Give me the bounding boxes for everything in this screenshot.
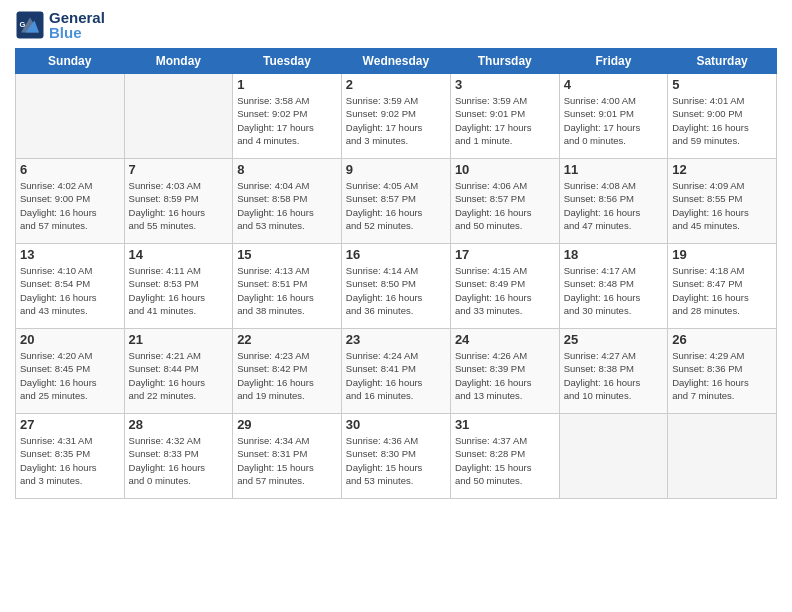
calendar-week-row: 27Sunrise: 4:31 AM Sunset: 8:35 PM Dayli… bbox=[16, 414, 777, 499]
day-detail: Sunrise: 3:59 AM Sunset: 9:01 PM Dayligh… bbox=[455, 94, 555, 147]
calendar-cell: 8Sunrise: 4:04 AM Sunset: 8:58 PM Daylig… bbox=[233, 159, 342, 244]
weekday-header-sunday: Sunday bbox=[16, 49, 125, 74]
calendar-week-row: 1Sunrise: 3:58 AM Sunset: 9:02 PM Daylig… bbox=[16, 74, 777, 159]
calendar-week-row: 13Sunrise: 4:10 AM Sunset: 8:54 PM Dayli… bbox=[16, 244, 777, 329]
day-number: 24 bbox=[455, 332, 555, 347]
weekday-header-thursday: Thursday bbox=[450, 49, 559, 74]
day-detail: Sunrise: 3:59 AM Sunset: 9:02 PM Dayligh… bbox=[346, 94, 446, 147]
day-number: 11 bbox=[564, 162, 664, 177]
svg-text:G: G bbox=[20, 20, 26, 29]
day-detail: Sunrise: 4:29 AM Sunset: 8:36 PM Dayligh… bbox=[672, 349, 772, 402]
day-detail: Sunrise: 4:26 AM Sunset: 8:39 PM Dayligh… bbox=[455, 349, 555, 402]
calendar-cell: 27Sunrise: 4:31 AM Sunset: 8:35 PM Dayli… bbox=[16, 414, 125, 499]
calendar-cell: 12Sunrise: 4:09 AM Sunset: 8:55 PM Dayli… bbox=[668, 159, 777, 244]
calendar-cell: 4Sunrise: 4:00 AM Sunset: 9:01 PM Daylig… bbox=[559, 74, 668, 159]
logo-text: General Blue bbox=[49, 10, 105, 40]
day-detail: Sunrise: 4:10 AM Sunset: 8:54 PM Dayligh… bbox=[20, 264, 120, 317]
day-detail: Sunrise: 4:18 AM Sunset: 8:47 PM Dayligh… bbox=[672, 264, 772, 317]
day-detail: Sunrise: 4:24 AM Sunset: 8:41 PM Dayligh… bbox=[346, 349, 446, 402]
day-number: 7 bbox=[129, 162, 229, 177]
calendar: SundayMondayTuesdayWednesdayThursdayFrid… bbox=[15, 48, 777, 499]
calendar-cell: 5Sunrise: 4:01 AM Sunset: 9:00 PM Daylig… bbox=[668, 74, 777, 159]
day-detail: Sunrise: 4:17 AM Sunset: 8:48 PM Dayligh… bbox=[564, 264, 664, 317]
day-number: 27 bbox=[20, 417, 120, 432]
day-detail: Sunrise: 4:00 AM Sunset: 9:01 PM Dayligh… bbox=[564, 94, 664, 147]
calendar-cell bbox=[668, 414, 777, 499]
calendar-cell: 29Sunrise: 4:34 AM Sunset: 8:31 PM Dayli… bbox=[233, 414, 342, 499]
day-detail: Sunrise: 4:11 AM Sunset: 8:53 PM Dayligh… bbox=[129, 264, 229, 317]
calendar-cell: 26Sunrise: 4:29 AM Sunset: 8:36 PM Dayli… bbox=[668, 329, 777, 414]
day-detail: Sunrise: 4:21 AM Sunset: 8:44 PM Dayligh… bbox=[129, 349, 229, 402]
day-detail: Sunrise: 4:02 AM Sunset: 9:00 PM Dayligh… bbox=[20, 179, 120, 232]
day-detail: Sunrise: 4:23 AM Sunset: 8:42 PM Dayligh… bbox=[237, 349, 337, 402]
calendar-cell bbox=[559, 414, 668, 499]
weekday-header-row: SundayMondayTuesdayWednesdayThursdayFrid… bbox=[16, 49, 777, 74]
day-number: 10 bbox=[455, 162, 555, 177]
calendar-cell: 6Sunrise: 4:02 AM Sunset: 9:00 PM Daylig… bbox=[16, 159, 125, 244]
day-number: 18 bbox=[564, 247, 664, 262]
weekday-header-tuesday: Tuesday bbox=[233, 49, 342, 74]
day-number: 14 bbox=[129, 247, 229, 262]
calendar-cell: 16Sunrise: 4:14 AM Sunset: 8:50 PM Dayli… bbox=[341, 244, 450, 329]
day-number: 30 bbox=[346, 417, 446, 432]
calendar-cell: 15Sunrise: 4:13 AM Sunset: 8:51 PM Dayli… bbox=[233, 244, 342, 329]
day-number: 23 bbox=[346, 332, 446, 347]
day-number: 5 bbox=[672, 77, 772, 92]
calendar-cell: 18Sunrise: 4:17 AM Sunset: 8:48 PM Dayli… bbox=[559, 244, 668, 329]
day-number: 20 bbox=[20, 332, 120, 347]
calendar-cell: 10Sunrise: 4:06 AM Sunset: 8:57 PM Dayli… bbox=[450, 159, 559, 244]
day-detail: Sunrise: 4:34 AM Sunset: 8:31 PM Dayligh… bbox=[237, 434, 337, 487]
day-detail: Sunrise: 4:27 AM Sunset: 8:38 PM Dayligh… bbox=[564, 349, 664, 402]
day-detail: Sunrise: 4:06 AM Sunset: 8:57 PM Dayligh… bbox=[455, 179, 555, 232]
calendar-cell: 11Sunrise: 4:08 AM Sunset: 8:56 PM Dayli… bbox=[559, 159, 668, 244]
day-number: 15 bbox=[237, 247, 337, 262]
calendar-cell: 7Sunrise: 4:03 AM Sunset: 8:59 PM Daylig… bbox=[124, 159, 233, 244]
calendar-cell: 20Sunrise: 4:20 AM Sunset: 8:45 PM Dayli… bbox=[16, 329, 125, 414]
calendar-cell bbox=[124, 74, 233, 159]
calendar-week-row: 20Sunrise: 4:20 AM Sunset: 8:45 PM Dayli… bbox=[16, 329, 777, 414]
day-detail: Sunrise: 4:13 AM Sunset: 8:51 PM Dayligh… bbox=[237, 264, 337, 317]
day-detail: Sunrise: 4:31 AM Sunset: 8:35 PM Dayligh… bbox=[20, 434, 120, 487]
calendar-cell: 13Sunrise: 4:10 AM Sunset: 8:54 PM Dayli… bbox=[16, 244, 125, 329]
day-number: 12 bbox=[672, 162, 772, 177]
day-number: 17 bbox=[455, 247, 555, 262]
weekday-header-saturday: Saturday bbox=[668, 49, 777, 74]
calendar-cell: 28Sunrise: 4:32 AM Sunset: 8:33 PM Dayli… bbox=[124, 414, 233, 499]
calendar-cell bbox=[16, 74, 125, 159]
page: G General Blue SundayMondayTuesdayWednes… bbox=[0, 0, 792, 612]
day-detail: Sunrise: 3:58 AM Sunset: 9:02 PM Dayligh… bbox=[237, 94, 337, 147]
day-detail: Sunrise: 4:15 AM Sunset: 8:49 PM Dayligh… bbox=[455, 264, 555, 317]
calendar-cell: 19Sunrise: 4:18 AM Sunset: 8:47 PM Dayli… bbox=[668, 244, 777, 329]
day-number: 2 bbox=[346, 77, 446, 92]
weekday-header-friday: Friday bbox=[559, 49, 668, 74]
day-number: 9 bbox=[346, 162, 446, 177]
calendar-cell: 17Sunrise: 4:15 AM Sunset: 8:49 PM Dayli… bbox=[450, 244, 559, 329]
header: G General Blue bbox=[15, 10, 777, 40]
day-number: 8 bbox=[237, 162, 337, 177]
day-number: 21 bbox=[129, 332, 229, 347]
day-number: 25 bbox=[564, 332, 664, 347]
calendar-week-row: 6Sunrise: 4:02 AM Sunset: 9:00 PM Daylig… bbox=[16, 159, 777, 244]
day-number: 1 bbox=[237, 77, 337, 92]
calendar-cell: 1Sunrise: 3:58 AM Sunset: 9:02 PM Daylig… bbox=[233, 74, 342, 159]
day-detail: Sunrise: 4:03 AM Sunset: 8:59 PM Dayligh… bbox=[129, 179, 229, 232]
weekday-header-wednesday: Wednesday bbox=[341, 49, 450, 74]
calendar-cell: 30Sunrise: 4:36 AM Sunset: 8:30 PM Dayli… bbox=[341, 414, 450, 499]
day-detail: Sunrise: 4:32 AM Sunset: 8:33 PM Dayligh… bbox=[129, 434, 229, 487]
day-detail: Sunrise: 4:05 AM Sunset: 8:57 PM Dayligh… bbox=[346, 179, 446, 232]
calendar-cell: 22Sunrise: 4:23 AM Sunset: 8:42 PM Dayli… bbox=[233, 329, 342, 414]
day-number: 13 bbox=[20, 247, 120, 262]
day-number: 29 bbox=[237, 417, 337, 432]
calendar-cell: 21Sunrise: 4:21 AM Sunset: 8:44 PM Dayli… bbox=[124, 329, 233, 414]
day-detail: Sunrise: 4:04 AM Sunset: 8:58 PM Dayligh… bbox=[237, 179, 337, 232]
day-number: 16 bbox=[346, 247, 446, 262]
day-detail: Sunrise: 4:36 AM Sunset: 8:30 PM Dayligh… bbox=[346, 434, 446, 487]
day-number: 31 bbox=[455, 417, 555, 432]
day-detail: Sunrise: 4:08 AM Sunset: 8:56 PM Dayligh… bbox=[564, 179, 664, 232]
calendar-cell: 14Sunrise: 4:11 AM Sunset: 8:53 PM Dayli… bbox=[124, 244, 233, 329]
calendar-cell: 9Sunrise: 4:05 AM Sunset: 8:57 PM Daylig… bbox=[341, 159, 450, 244]
day-number: 28 bbox=[129, 417, 229, 432]
calendar-cell: 31Sunrise: 4:37 AM Sunset: 8:28 PM Dayli… bbox=[450, 414, 559, 499]
calendar-cell: 24Sunrise: 4:26 AM Sunset: 8:39 PM Dayli… bbox=[450, 329, 559, 414]
logo: G General Blue bbox=[15, 10, 105, 40]
